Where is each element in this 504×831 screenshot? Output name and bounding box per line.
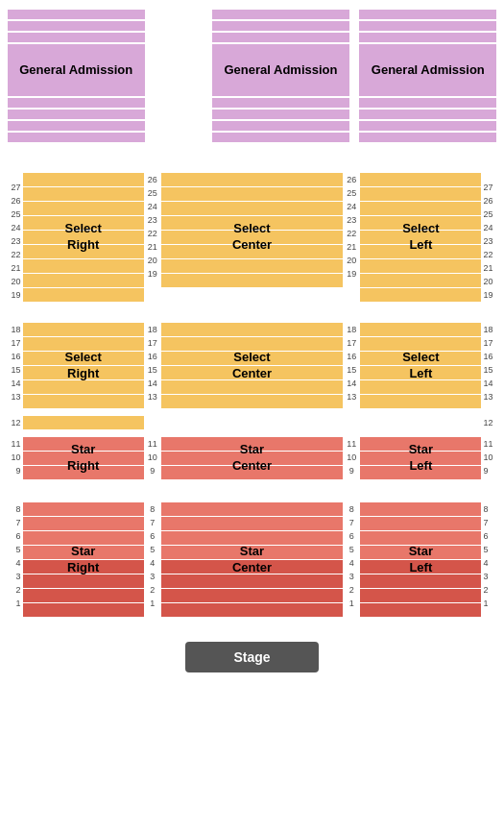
row-nums-right-3: 11 10 9 — [481, 437, 496, 479]
ga-section: General Admission General Admission Gene… — [8, 10, 497, 144]
section-group-3: 11 10 9 StarRight 11 10 9 StarCenter 11 … — [8, 437, 497, 479]
stage: Stage — [185, 642, 318, 672]
row-nums-left-3: 11 10 9 — [8, 437, 23, 479]
section-group-1: 27 26 25 24 23 22 21 20 19 SelectRight 2… — [8, 173, 497, 302]
row-nums-center-left-2: 18 17 16 15 14 13 — [144, 323, 161, 408]
star-center-1-label: StarCenter — [232, 442, 272, 475]
star-left-2-label: StarLeft — [409, 544, 433, 576]
select-left-2[interactable]: SelectLeft — [360, 323, 481, 408]
select-left-1-label: SelectLeft — [402, 221, 439, 254]
row-nums-center-left-4: 8 7 6 5 4 3 2 1 — [144, 502, 161, 617]
section-group-4: 8 7 6 5 4 3 2 1 StarRight 8 7 6 5 4 3 — [8, 502, 497, 617]
select-right-1[interactable]: SelectRight — [23, 173, 144, 302]
star-left-2[interactable]: StarLeft — [360, 502, 481, 617]
ga-center-label: General Admission — [212, 44, 349, 96]
star-right-2[interactable]: StarRight — [23, 502, 144, 617]
row-nums-center-left-3: 11 10 9 — [144, 437, 161, 479]
select-left-2-label: SelectLeft — [402, 350, 439, 382]
select-center-1[interactable]: SelectCenter — [161, 173, 343, 302]
star-right-1-label: StarRight — [67, 442, 99, 475]
row-nums-left-1: 27 26 25 24 23 22 21 20 19 — [8, 173, 23, 302]
section-group-2: 18 17 16 15 14 13 SelectRight 18 17 16 1… — [8, 323, 497, 408]
select-right-2[interactable]: SelectRight — [23, 323, 144, 408]
row-nums-center-right-3: 11 10 9 — [343, 437, 360, 479]
select-right-1-label: SelectRight — [64, 221, 101, 254]
select-right-2-label: SelectRight — [64, 350, 101, 382]
row-nums-right-2: 18 17 16 15 14 13 — [481, 323, 496, 408]
star-right-1[interactable]: StarRight — [23, 437, 144, 479]
star-center-2[interactable]: StarCenter — [161, 502, 343, 617]
venue-map: General Admission General Admission Gene… — [0, 0, 504, 682]
row-nums-center-right-2: 18 17 16 15 14 13 — [343, 323, 360, 408]
row-nums-center-right-4: 8 7 6 5 4 3 2 1 — [343, 502, 360, 617]
select-center-2[interactable]: SelectCenter — [161, 323, 343, 408]
select-center-1-label: SelectCenter — [232, 221, 272, 254]
row-nums-center-right-1: 26 25 24 23 22 21 20 19 — [343, 173, 360, 302]
select-center-2-label: SelectCenter — [232, 350, 272, 382]
ga-center: General Admission — [212, 10, 349, 144]
row-nums-left-2: 18 17 16 15 14 13 — [8, 323, 23, 408]
row-nums-right-1: 27 26 25 24 23 22 21 20 19 — [481, 173, 496, 302]
star-left-1-label: StarLeft — [409, 442, 433, 475]
row-nums-center-left-1: 26 25 24 23 22 21 20 19 — [144, 173, 161, 302]
star-left-1[interactable]: StarLeft — [360, 437, 481, 479]
ga-right-label: General Admission — [359, 44, 496, 96]
row-12-divider: 12 12 — [8, 416, 497, 429]
row-nums-left-4: 8 7 6 5 4 3 2 1 — [8, 502, 23, 617]
ga-left: General Admission — [8, 10, 145, 144]
select-left-1[interactable]: SelectLeft — [360, 173, 481, 302]
ga-right: General Admission — [359, 10, 496, 144]
star-center-2-label: StarCenter — [232, 544, 272, 576]
star-center-1[interactable]: StarCenter — [161, 437, 343, 479]
row-nums-right-4: 8 7 6 5 4 3 2 1 — [481, 502, 496, 617]
star-right-2-label: StarRight — [67, 544, 99, 576]
ga-left-label: General Admission — [8, 44, 145, 96]
